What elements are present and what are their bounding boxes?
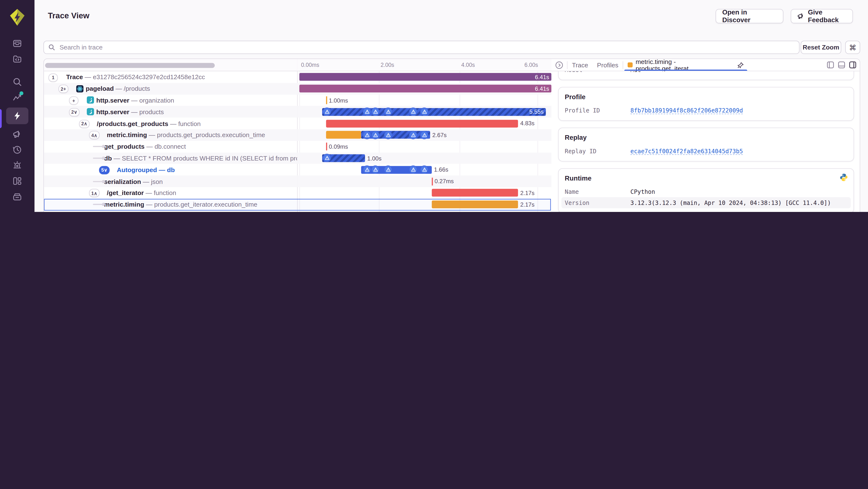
waterfall-row[interactable]: 2.17s [297, 199, 551, 210]
span-tree-row[interactable]: 5∨Autogrouped — db [44, 164, 297, 175]
span-tree-row[interactable]: 2+ pageload — /products [44, 83, 297, 94]
span-tree-row[interactable]: 1∧/api_request — function [44, 210, 297, 212]
dock-bottom-button[interactable] [838, 61, 845, 68]
error-marker-icon[interactable] [363, 131, 371, 139]
sidebar-item-alerts[interactable] [6, 158, 28, 173]
search-input[interactable] [58, 44, 795, 51]
python-server-icon [87, 96, 94, 104]
span-duration-bar[interactable] [300, 85, 551, 92]
sidebar-item-issues[interactable] [6, 36, 28, 51]
span-tree-row[interactable]: + http.server — organization [44, 94, 297, 106]
tree-horizontal-scrollbar[interactable] [45, 63, 215, 68]
waterfall-row[interactable]: 1.66s [297, 164, 551, 175]
span-duration-bar[interactable] [326, 119, 518, 127]
dash: — [112, 155, 122, 162]
megaphone-icon [797, 13, 805, 20]
duration-label: 0.09ms [329, 143, 348, 150]
card-title: Runtime [565, 174, 847, 182]
span-tree-row[interactable]: get_products — db.connect [44, 141, 297, 152]
span-duration-bar[interactable] [432, 189, 518, 197]
waterfall-row[interactable]: 0.09ms [297, 141, 551, 152]
children-toggle-pill[interactable]: 2∧ [79, 119, 90, 128]
open-in-discover-button[interactable]: Open in Discover [716, 9, 784, 23]
dock-left-button[interactable] [827, 61, 834, 68]
span-label: pageload — /products [76, 85, 150, 92]
reset-zoom-button[interactable]: Reset Zoom [801, 40, 841, 54]
span-tree-row[interactable]: 1∧/get_iterator — function [44, 187, 297, 199]
tab-span-details-active[interactable]: metric.timing - products.get_iterat… [623, 59, 748, 71]
keyboard-shortcuts-button[interactable]: ⌘ [845, 40, 860, 54]
span-duration-bar[interactable] [326, 131, 361, 139]
timeline-header: 0.00ms2.00s4.00s6.00s [297, 59, 551, 71]
span-tree-row[interactable]: 2∨ http.server — products [44, 106, 297, 118]
error-marker-icon[interactable] [384, 107, 392, 116]
children-toggle-pill[interactable]: 2+ [58, 85, 68, 93]
pin-icon[interactable] [737, 62, 744, 68]
waterfall-row[interactable]: 1.00ms [297, 94, 551, 106]
sidebar-item-projects[interactable] [6, 52, 28, 66]
tab-profiles[interactable]: Profiles [593, 62, 623, 68]
span-tree-row[interactable]: 1Trace — e31278c256524c3297e2cd12458e12c… [44, 71, 297, 83]
sidebar-item-dashboards[interactable] [6, 174, 28, 188]
error-marker-icon[interactable] [384, 131, 392, 139]
span-tree-row[interactable]: 2∧/products.get_products — function [44, 118, 297, 129]
span-duration-bar[interactable] [322, 108, 546, 116]
span-duration-bar[interactable] [432, 201, 518, 208]
error-marker-icon[interactable] [409, 107, 417, 116]
error-marker-icon[interactable] [420, 107, 429, 116]
span-tree-row[interactable]: 4∧metric.timing — products.get_products.… [44, 129, 297, 141]
duration-label: 1.00ms [329, 97, 348, 104]
waterfall-row[interactable]: 5.55s [297, 106, 551, 118]
detail-value[interactable]: ecae7c51f0024f2fa82e6314045d73b5 [630, 147, 743, 154]
error-marker-icon[interactable] [420, 131, 429, 139]
detail-value[interactable]: 8fb7bb1891994f8c862f206e8722009d [630, 107, 743, 114]
children-toggle-pill[interactable]: 1∧ [89, 189, 100, 197]
sidebar-item-releases[interactable] [6, 190, 28, 204]
sidebar-item-replays[interactable] [6, 143, 28, 157]
span-duration-bar[interactable] [300, 73, 551, 81]
sentry-logo[interactable] [8, 8, 27, 27]
children-toggle-pill[interactable]: 4∧ [89, 131, 100, 140]
sidebar-item-performance[interactable] [6, 107, 28, 124]
span-tree-row[interactable]: db — SELECT * FROM products WHERE id IN … [44, 152, 297, 164]
children-toggle-pill[interactable]: + [69, 96, 79, 105]
waterfall-row[interactable]: 1.00s [297, 152, 551, 164]
error-marker-icon[interactable] [409, 165, 417, 174]
error-marker-icon[interactable] [322, 107, 331, 116]
error-marker-icon[interactable] [363, 107, 371, 116]
children-toggle-pill[interactable]: 5∨ [99, 166, 110, 174]
page-title: Trace View [48, 11, 89, 20]
span-duration-tick[interactable] [432, 177, 433, 185]
waterfall-row[interactable]: 2.17s [297, 187, 551, 199]
error-marker-icon[interactable] [371, 107, 379, 116]
error-marker-icon[interactable] [384, 165, 392, 174]
sidebar-item-feedback[interactable] [6, 127, 28, 141]
waterfall-row[interactable]: 0.27ms [297, 175, 551, 187]
children-toggle-pill[interactable]: 2∨ [69, 108, 80, 116]
error-marker-icon[interactable] [371, 165, 379, 174]
error-marker-icon[interactable] [371, 131, 379, 139]
error-marker-icon[interactable] [420, 165, 429, 174]
waterfall-row[interactable]: 709.80ms [297, 210, 551, 212]
give-feedback-button[interactable]: Give Feedback [790, 9, 853, 23]
error-marker-icon[interactable] [409, 131, 417, 139]
sidebar-item-explore[interactable] [6, 75, 28, 89]
error-marker-icon[interactable] [363, 165, 371, 174]
waterfall-row[interactable]: 2.67s [297, 129, 551, 141]
span-tree-row[interactable]: metric.timing — products.get_iterator.ex… [44, 199, 297, 210]
dash: — [145, 143, 155, 150]
duration-label: 1.66s [434, 166, 448, 173]
drawer-collapse-button[interactable] [551, 61, 567, 69]
sidebar-item-insights[interactable] [6, 90, 28, 105]
waterfall-row[interactable]: 6.41s [297, 71, 551, 83]
reset-zoom-label: Reset Zoom [803, 44, 839, 51]
waterfall-row[interactable]: 6.41s [297, 83, 551, 94]
tab-trace[interactable]: Trace [567, 62, 593, 68]
children-toggle-pill[interactable]: 1 [49, 73, 58, 82]
dock-right-button[interactable] [849, 61, 857, 68]
span-duration-tick[interactable] [326, 143, 327, 150]
span-duration-tick[interactable] [326, 96, 327, 104]
span-op: pageload [86, 85, 114, 92]
span-tree-row[interactable]: serialization — json [44, 175, 297, 187]
waterfall-row[interactable]: 4.83s [297, 118, 551, 129]
